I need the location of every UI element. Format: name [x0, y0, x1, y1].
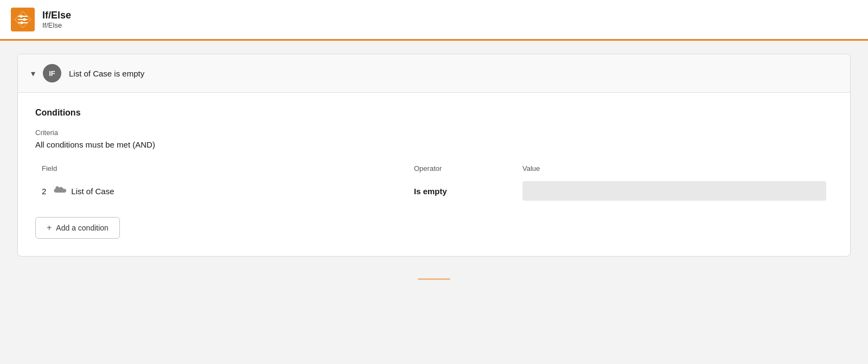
plus-icon: +: [47, 223, 52, 233]
table-row: 2 List of Case Is empty: [35, 178, 833, 204]
app-subtitle: If/Else: [42, 21, 71, 29]
criteria-label: Criteria: [35, 129, 833, 137]
col-header-value: Value: [522, 164, 826, 173]
table-header: Field Operator Value: [35, 164, 833, 173]
if-else-card: ▾ IF List of Case is empty Conditions Cr…: [17, 54, 851, 257]
operator-cell: Is empty: [414, 187, 522, 196]
svg-point-7: [20, 15, 23, 18]
col-header-field: Field: [42, 164, 414, 173]
card-body: Conditions Criteria All conditions must …: [18, 93, 850, 256]
criteria-value: All conditions must be met (AND): [35, 140, 833, 149]
row-number: 2: [42, 187, 46, 196]
if-badge: IF: [43, 64, 61, 82]
app-title: If/Else: [42, 10, 71, 21]
conditions-title: Conditions: [35, 108, 833, 118]
svg-point-9: [21, 22, 23, 24]
add-condition-label: Add a condition: [56, 223, 108, 232]
if-else-icon: [11, 8, 35, 31]
field-cell: 2 List of Case: [42, 186, 414, 196]
bottom-divider: [418, 278, 450, 280]
card-header-label: List of Case is empty: [69, 69, 144, 78]
app-header: If/Else If/Else: [0, 0, 868, 41]
add-condition-button[interactable]: + Add a condition: [35, 217, 120, 239]
svg-point-8: [23, 18, 26, 21]
condition-table: Field Operator Value 2 List of Case Is e…: [35, 164, 833, 204]
header-titles: If/Else If/Else: [42, 10, 71, 29]
field-name: List of Case: [71, 187, 114, 196]
card-header: ▾ IF List of Case is empty: [18, 54, 850, 93]
value-cell[interactable]: [522, 181, 826, 201]
chevron-down-icon[interactable]: ▾: [31, 68, 35, 79]
main-content: ▾ IF List of Case is empty Conditions Cr…: [0, 41, 868, 293]
salesforce-cloud-icon: [53, 186, 67, 196]
col-header-operator: Operator: [414, 164, 522, 173]
